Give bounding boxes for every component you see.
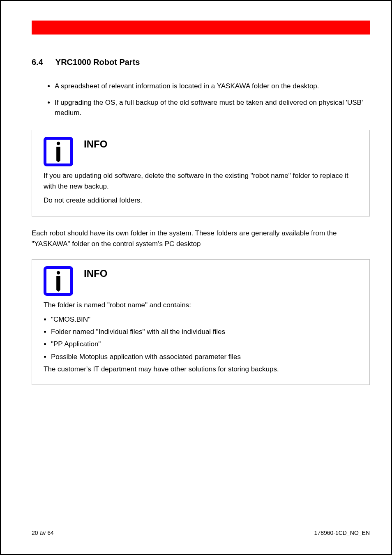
- svg-rect-4: [56, 276, 60, 290]
- info-callout: INFO If you are updating old software, d…: [32, 130, 370, 216]
- info-outro: The customer's IT department may have ot…: [44, 364, 358, 375]
- list-item: A spreadsheet of relevant information is…: [55, 81, 370, 92]
- info-label: INFO: [84, 137, 107, 150]
- bullet-list: A spreadsheet of relevant information is…: [55, 81, 370, 118]
- list-item: Folder named "Individual files" with all…: [51, 327, 358, 337]
- info-paragraph: Do not create additional folders.: [44, 195, 358, 206]
- list-item: If upgrading the OS, a full backup of th…: [55, 97, 370, 118]
- svg-marker-2: [56, 161, 60, 162]
- svg-rect-1: [56, 147, 60, 161]
- section-title: YRC1000 Robot Parts: [55, 58, 140, 67]
- header-bar: [32, 21, 370, 35]
- info-icon: [44, 137, 73, 166]
- svg-point-0: [57, 141, 60, 145]
- info-icon: [44, 266, 73, 296]
- list-item: "PP Application": [51, 339, 358, 350]
- section-number: 6.4: [32, 58, 43, 67]
- list-item: "CMOS.BIN": [51, 314, 358, 325]
- info-label: INFO: [84, 266, 107, 279]
- page-number: 20 av 64: [32, 530, 54, 536]
- info-list-intro: The folder is named "robot name" and con…: [44, 300, 358, 311]
- list-item: Possible Motoplus application with assoc…: [51, 352, 358, 362]
- info-callout: INFO The folder is named "robot name" an…: [32, 259, 370, 385]
- page-footer: 20 av 64 178960-1CD_NO_EN: [32, 530, 370, 536]
- doc-id: 178960-1CD_NO_EN: [314, 530, 370, 536]
- info-paragraph: If you are updating old software, delete…: [44, 170, 358, 192]
- svg-marker-5: [56, 290, 60, 292]
- svg-point-3: [57, 271, 60, 274]
- body-paragraph: Each robot should have its own folder in…: [32, 228, 370, 250]
- info-list: "CMOS.BIN" Folder named "Individual file…: [51, 314, 358, 362]
- section-heading: 6.4 YRC1000 Robot Parts: [32, 58, 370, 67]
